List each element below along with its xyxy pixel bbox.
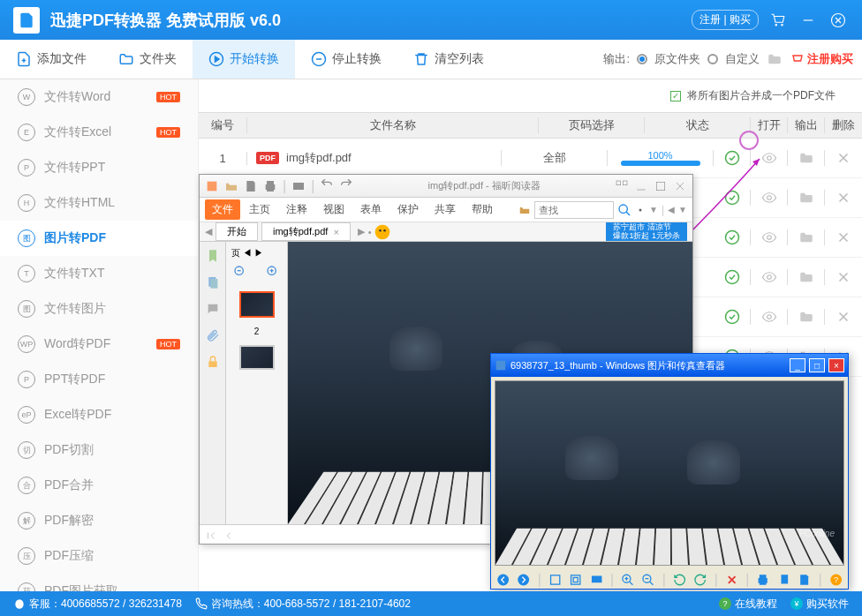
pdf-maximize-icon[interactable] (654, 179, 668, 193)
sidebar-item-7[interactable]: WPWord转PDFHOT (0, 327, 198, 362)
sidebar-item-9[interactable]: ePExcel转PDF (0, 397, 198, 432)
add-file-button[interactable]: 添加文件 (0, 40, 102, 79)
add-folder-button[interactable]: 文件夹 (102, 40, 193, 79)
output-custom-radio[interactable] (707, 54, 718, 64)
stop-convert-button[interactable]: 停止转换 (295, 40, 397, 79)
lock-icon[interactable] (206, 355, 220, 369)
thumb-zoom-in-icon[interactable] (266, 265, 280, 279)
pdf-menu-主页[interactable]: 主页 (242, 199, 277, 220)
bookmark-icon[interactable] (206, 249, 220, 263)
nav-first-icon[interactable] (205, 530, 217, 542)
sidebar-item-2[interactable]: P文件转PPT (0, 150, 198, 185)
merge-checkbox[interactable]: ✓ (670, 91, 681, 101)
iv-prev-icon[interactable] (496, 573, 510, 587)
thumb-zoom-out-icon[interactable] (233, 265, 247, 279)
tab-scroll-right[interactable]: ▶ (358, 226, 365, 237)
open-icon[interactable] (224, 179, 238, 193)
sidebar-item-12[interactable]: 解PDF解密 (0, 503, 198, 538)
pdf-ad-banner[interactable]: 苏宁超市 清凉节 爆款1折起 1元秒杀 (606, 222, 687, 241)
tutorial-link[interactable]: ?在线教程 (719, 597, 777, 612)
xp-close-button[interactable]: × (828, 358, 844, 372)
minimize-button[interactable] (798, 10, 819, 31)
close-button[interactable] (828, 10, 849, 31)
cell-out[interactable] (788, 150, 825, 166)
iv-rotate-ccw-icon[interactable] (673, 573, 686, 587)
register-link[interactable]: 注册 | 购买 (692, 10, 759, 30)
cell-del[interactable] (825, 309, 862, 325)
xp-minimize-button[interactable]: _ (790, 358, 805, 372)
start-convert-button[interactable]: 开始转换 (193, 40, 295, 79)
iv-zoomout-icon[interactable] (641, 573, 654, 587)
pdf-menu-文件[interactable]: 文件 (205, 199, 240, 220)
prev-result-icon[interactable]: ◀ (668, 205, 675, 214)
email-icon[interactable] (291, 179, 306, 193)
cart-icon[interactable] (767, 10, 789, 31)
sidebar-item-8[interactable]: PPPT转PDF (0, 362, 198, 397)
iv-slideshow-icon[interactable] (590, 573, 603, 587)
cell-del[interactable] (825, 269, 862, 285)
sidebar-item-3[interactable]: H文件转HTML (0, 185, 198, 221)
cell-del[interactable] (825, 150, 862, 166)
sidebar-item-13[interactable]: 压PDF压缩 (0, 538, 198, 574)
iv-help-icon[interactable]: ? (829, 573, 843, 587)
pdf-search-input[interactable] (534, 201, 614, 219)
search-options-icon[interactable] (635, 205, 646, 215)
attachment-icon[interactable] (206, 328, 220, 342)
pdf-minimize-icon[interactable] (634, 179, 648, 193)
cell-del[interactable] (825, 190, 862, 206)
iv-actual-icon[interactable] (569, 573, 582, 587)
search-icon[interactable] (617, 203, 631, 217)
cell-open[interactable] (751, 309, 788, 325)
pdf-close-icon[interactable] (673, 179, 687, 193)
cell-open[interactable] (751, 150, 788, 166)
save-icon[interactable] (244, 179, 258, 193)
search-dropdown-icon[interactable] (518, 204, 531, 216)
browse-folder-icon[interactable] (767, 51, 783, 67)
pdf-menu-保护[interactable]: 保护 (390, 199, 426, 220)
pdf-menu-共享[interactable]: 共享 (427, 199, 463, 220)
cell-del[interactable] (825, 229, 862, 245)
sidebar-item-10[interactable]: 切PDF切割 (0, 432, 198, 468)
cell-out[interactable] (788, 229, 825, 245)
pdf-view-mode-icon[interactable] (615, 179, 629, 193)
iv-copy-icon[interactable] (777, 573, 790, 587)
redo-icon[interactable] (339, 179, 353, 193)
pdf-menu-帮助[interactable]: 帮助 (465, 199, 500, 220)
iv-rotate-cw-icon[interactable] (693, 573, 707, 587)
sidebar-item-4[interactable]: 图图片转PDF (0, 221, 198, 256)
cell-open[interactable] (751, 229, 788, 245)
iv-next-icon[interactable] (517, 573, 530, 587)
cell-open[interactable] (751, 190, 788, 206)
sidebar-item-0[interactable]: W文件转WordHOT (0, 79, 198, 115)
xp-maximize-button[interactable]: □ (809, 358, 825, 372)
sidebar-item-1[interactable]: E文件转ExcelHOT (0, 115, 198, 150)
hotline-contact[interactable]: 咨询热线：400-668-5572 / 181-2107-4602 (195, 597, 411, 612)
nav-prev-icon[interactable] (223, 530, 235, 542)
sidebar-item-6[interactable]: 图文件转图片 (0, 291, 198, 327)
thumbnail-1[interactable] (239, 291, 275, 318)
buy-button[interactable]: 注册购买 (790, 51, 853, 67)
output-src-radio[interactable] (637, 54, 647, 64)
iv-save-icon[interactable] (798, 573, 811, 587)
pdf-menu-表单[interactable]: 表单 (353, 199, 389, 220)
cell-out[interactable] (788, 309, 825, 325)
cell-out[interactable] (788, 269, 825, 285)
iv-zoomin-icon[interactable] (621, 573, 634, 587)
sidebar-item-5[interactable]: T文件转TXT (0, 256, 198, 291)
pdf-menu-注释[interactable]: 注释 (279, 199, 314, 220)
pdf-tab-doc[interactable]: img转pdf.pdf× (261, 222, 351, 241)
tab-scroll-left[interactable]: ◀ (205, 226, 212, 237)
qq-contact[interactable]: 客服：4006685572 / 326231478 (13, 597, 182, 612)
pages-icon[interactable] (206, 275, 220, 289)
buy-link[interactable]: ¥购买软件 (790, 597, 849, 612)
next-result-icon[interactable]: ▼ (678, 205, 687, 214)
comments-icon[interactable] (206, 302, 220, 316)
iv-print-icon[interactable] (756, 573, 769, 587)
undo-icon[interactable] (320, 179, 334, 193)
cell-open[interactable] (751, 269, 788, 285)
thumbnail-2[interactable] (239, 345, 275, 370)
cell-out[interactable] (788, 190, 825, 206)
pdf-tab-start[interactable]: 开始 (216, 222, 258, 241)
print-icon[interactable] (263, 179, 277, 193)
cell-page[interactable]: 全部 (502, 150, 608, 166)
